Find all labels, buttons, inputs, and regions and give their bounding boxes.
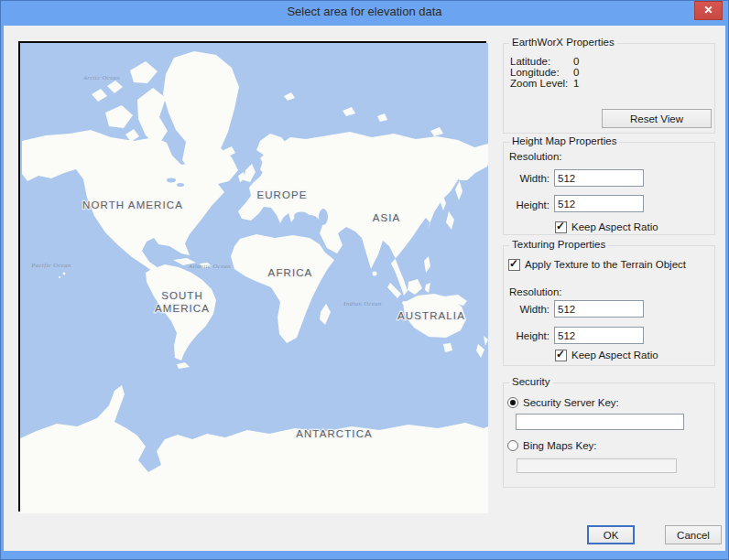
- texturing-group-title: Texturing Properties: [509, 239, 608, 250]
- world-map[interactable]: NORTH AMERICAEUROPEASIAAFRICASOUTHAMERIC…: [18, 41, 486, 512]
- heightmap-keep-aspect-checkbox[interactable]: ✓: [555, 221, 567, 233]
- latitude-value: 0: [573, 56, 579, 67]
- longitude-label: Longitude:: [510, 67, 560, 78]
- heightmap-resolution-label: Resolution:: [509, 151, 562, 162]
- earthworx-group-title: EarthWorX Properties: [509, 37, 617, 48]
- height-map-group-title: Height Map Properties: [509, 135, 619, 146]
- earthworx-properties-group: EarthWorX Properties Latitude: 0 Longitu…: [503, 43, 715, 134]
- continent-label: EUROPE: [256, 189, 307, 200]
- window-title: Select area for elevation data: [0, 0, 729, 22]
- heightmap-height-label: Height:: [504, 199, 549, 210]
- dialog-window: Select area for elevation data ✕: [0, 0, 729, 560]
- continent-label: ASIA: [373, 212, 401, 223]
- security-group: Security Security Server Key: Bing Maps …: [503, 382, 715, 488]
- world-map-svg: NORTH AMERICAEUROPEASIAAFRICASOUTHAMERIC…: [20, 43, 488, 513]
- ok-button[interactable]: OK: [587, 525, 635, 544]
- check-icon: ✓: [509, 257, 518, 270]
- heightmap-height-input[interactable]: [554, 195, 644, 212]
- bing-maps-key-radio[interactable]: [507, 440, 518, 451]
- texturing-height-input[interactable]: [554, 327, 644, 344]
- zoom-level-value: 1: [573, 78, 579, 89]
- ocean-label: Pacific Ocean: [30, 262, 71, 268]
- height-map-properties-group: Height Map Properties Resolution: Width:…: [503, 142, 715, 235]
- continent-label: AFRICA: [268, 267, 313, 278]
- security-server-key-label: Security Server Key:: [523, 397, 619, 408]
- reset-view-button[interactable]: Reset View: [602, 109, 712, 128]
- continent-label: AUSTRALIA: [397, 310, 465, 321]
- continent-label: ANTARCTICA: [296, 428, 373, 439]
- continent-label: SOUTH: [161, 290, 203, 301]
- texturing-width-label: Width:: [504, 304, 549, 315]
- close-button[interactable]: ✕: [694, 1, 723, 20]
- apply-texture-label: Apply Texture to the Terrain Object: [525, 259, 686, 270]
- ocean-label: Arctic Ocean: [82, 74, 120, 81]
- bing-maps-key-label: Bing Maps Key:: [523, 440, 597, 451]
- dialog-client-area: NORTH AMERICAEUROPEASIAAFRICASOUTHAMERIC…: [4, 26, 725, 551]
- title-bar[interactable]: Select area for elevation data ✕: [0, 0, 729, 26]
- close-icon: ✕: [703, 4, 713, 16]
- continent-label: NORTH AMERICA: [82, 199, 183, 210]
- security-server-key-input[interactable]: [516, 414, 684, 430]
- ocean-label: Atlantic Ocean: [188, 263, 231, 269]
- check-icon: ✓: [556, 220, 565, 232]
- apply-texture-checkbox[interactable]: ✓: [508, 259, 520, 271]
- security-group-title: Security: [509, 376, 553, 387]
- texturing-height-label: Height:: [504, 330, 549, 341]
- check-icon: ✓: [556, 348, 565, 361]
- longitude-value: 0: [573, 67, 579, 78]
- ocean-label: Indian Ocean: [343, 300, 382, 307]
- latitude-label: Latitude:: [510, 56, 550, 67]
- texturing-width-input[interactable]: [554, 300, 644, 318]
- texturing-keep-aspect-checkbox[interactable]: ✓: [555, 350, 567, 361]
- security-server-key-radio[interactable]: [507, 397, 518, 408]
- continent-label: AMERICA: [155, 303, 210, 314]
- heightmap-keep-aspect-label: Keep Aspect Ratio: [571, 221, 658, 232]
- bing-maps-key-input[interactable]: [517, 458, 677, 473]
- heightmap-width-label: Width:: [504, 173, 549, 184]
- texturing-keep-aspect-label: Keep Aspect Ratio: [571, 350, 658, 361]
- texturing-resolution-label: Resolution:: [509, 286, 562, 297]
- texturing-properties-group: Texturing Properties ✓ Apply Texture to …: [503, 245, 715, 366]
- heightmap-width-input[interactable]: [554, 169, 644, 187]
- zoom-level-label: Zoom Level:: [510, 78, 568, 89]
- cancel-button[interactable]: Cancel: [665, 525, 722, 544]
